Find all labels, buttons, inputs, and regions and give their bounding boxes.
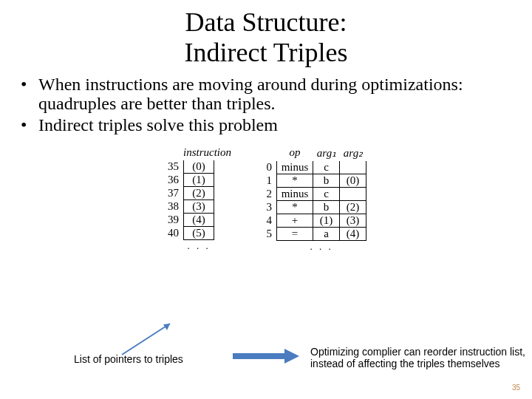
- cell-arg1: b: [313, 174, 340, 188]
- triples-table: op arg₁ arg₂ 0minusc 1*b(0) 2minusc 3*b(…: [259, 146, 366, 253]
- row-index: 5: [259, 228, 276, 241]
- row-index: 39: [166, 214, 183, 227]
- slide-title: Data Structure: Indirect Triples: [126, 7, 406, 69]
- cell-arg1: b: [313, 201, 340, 214]
- row-cell: (5): [183, 227, 214, 240]
- svg-rect-2: [233, 353, 284, 359]
- cell-op: *: [276, 201, 313, 214]
- ellipsis: . . .: [276, 241, 366, 253]
- row-index: 35: [166, 160, 183, 174]
- cell-arg1: c: [313, 161, 340, 174]
- row-cell: (3): [183, 200, 214, 214]
- col-header-arg1: arg₁: [313, 146, 340, 160]
- col-header-arg2: arg₂: [340, 146, 366, 160]
- row-index: 38: [166, 200, 183, 214]
- caption-optimizer: Optimizing complier can reorder instruct…: [310, 346, 532, 369]
- ellipsis: . . .: [183, 240, 214, 252]
- cell-arg1: (1): [313, 214, 340, 228]
- row-index: 37: [166, 187, 183, 200]
- title-line-2: Indirect Triples: [185, 38, 348, 67]
- cell-arg2: (0): [340, 174, 366, 188]
- tables-container: instruction 35(0) 36(1) 37(2) 38(3) 39(4…: [0, 146, 532, 253]
- row-cell: (4): [183, 214, 214, 227]
- row-index: 3: [259, 201, 276, 214]
- row-cell: (2): [183, 187, 214, 200]
- cell-op: =: [276, 228, 313, 241]
- instruction-table: instruction 35(0) 36(1) 37(2) 38(3) 39(4…: [166, 146, 214, 253]
- col-header-instruction: instruction: [183, 146, 214, 159]
- bullet-list: When instructions are moving around duri…: [21, 75, 517, 134]
- bullet-item: Indirect triples solve this problem: [21, 115, 517, 134]
- row-index: 36: [166, 174, 183, 187]
- cell-op: minus: [276, 188, 313, 201]
- col-header-op: op: [276, 146, 313, 160]
- cell-arg2: [340, 161, 366, 174]
- row-index: 1: [259, 174, 276, 188]
- page-number: 35: [512, 383, 520, 392]
- cell-arg2: (3): [340, 214, 366, 228]
- svg-marker-3: [284, 349, 299, 364]
- row-index: 4: [259, 214, 276, 228]
- cell-arg2: [340, 188, 366, 201]
- row-index: 2: [259, 188, 276, 201]
- cell-arg1: c: [313, 188, 340, 201]
- row-cell: (1): [183, 174, 214, 187]
- bullet-item: When instructions are moving around duri…: [21, 75, 517, 114]
- svg-line-0: [122, 324, 170, 355]
- cell-op: minus: [276, 161, 313, 174]
- row-index: 40: [166, 227, 183, 240]
- cell-arg2: (4): [340, 228, 366, 241]
- arrow-right-icon: [229, 347, 303, 365]
- cell-op: *: [276, 174, 313, 188]
- cell-op: +: [276, 214, 313, 228]
- caption-pointer-list: List of pointers to triples: [74, 353, 183, 365]
- row-index: 0: [259, 161, 276, 174]
- row-cell: (0): [183, 160, 214, 174]
- title-line-1: Data Structure:: [185, 7, 347, 37]
- cell-arg1: a: [313, 228, 340, 241]
- cell-arg2: (2): [340, 201, 366, 214]
